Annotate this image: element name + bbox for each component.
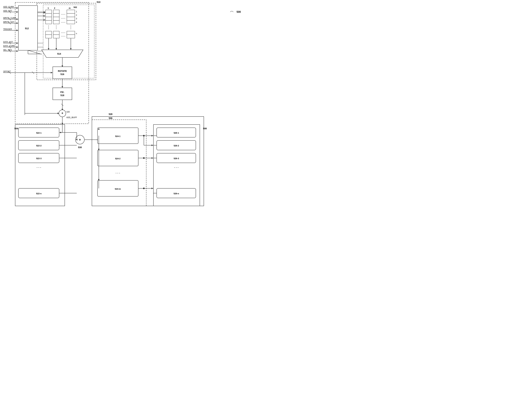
svg-point-123: [143, 188, 145, 189]
input-write-curr: WRITE_CURR: [3, 17, 16, 19]
svg-marker-47: [16, 22, 18, 24]
label-514: 514: [57, 52, 61, 55]
ellipsis-526: - - -: [174, 166, 178, 169]
label-526-n: 526-n: [174, 192, 179, 195]
svg-rect-4: [46, 17, 52, 20]
label-520: 520: [67, 111, 70, 113]
label-524-1: 524-1: [115, 135, 120, 137]
input-data-nxt: DATA_NXT: [3, 41, 13, 43]
col-m-label: m: [69, 7, 71, 9]
label-506: 506: [109, 117, 113, 120]
label-530: 530: [78, 146, 82, 149]
input-write-nxt: WRITE_NXT: [3, 21, 14, 23]
label-528: 528: [109, 113, 113, 115]
label-rotate: ROTATE: [58, 70, 67, 72]
row-3-label: 3: [76, 18, 77, 20]
svg-line-65: [28, 50, 42, 54]
label-510: 510: [97, 1, 101, 3]
input-sel-res: SEL_RES: [3, 49, 12, 51]
svg-rect-11: [53, 17, 59, 20]
row-4-label: 4: [76, 21, 77, 23]
svg-rect-21: [67, 31, 75, 35]
svg-point-120: [143, 157, 145, 159]
svg-marker-33: [70, 48, 72, 50]
svg-rect-15: [53, 35, 59, 38]
label-526-3: 526-3: [174, 157, 179, 160]
input-trigger: TRIGGER: [3, 28, 12, 30]
svg-marker-44: [16, 18, 18, 20]
svg-rect-2: [46, 10, 52, 13]
svg-marker-38: [16, 7, 18, 9]
label-524-m: 524-m: [115, 188, 121, 190]
svg-marker-49: [16, 30, 18, 31]
label-508: 508: [203, 127, 207, 130]
label-526-2: 526-2: [174, 144, 179, 147]
svg-marker-29: [48, 48, 49, 50]
svg-rect-3: [46, 13, 52, 17]
svg-rect-8: [46, 35, 52, 38]
svg-marker-55: [16, 46, 18, 48]
row-n-label: n: [76, 32, 77, 35]
input-offset: OFFSET: [3, 70, 11, 73]
svg-rect-68: [53, 67, 72, 79]
input-data-curr: DATA_CURR: [3, 45, 15, 47]
svg-rect-7: [46, 31, 52, 35]
row-1-label: 1: [76, 11, 77, 13]
label-pe: P.E.: [60, 91, 64, 93]
svg-marker-75: [62, 86, 63, 88]
label-512: 512: [25, 27, 29, 30]
svg-marker-135: [152, 144, 153, 146]
input-add-curr: ADD_CURR: [3, 6, 14, 8]
svg-rect-22: [67, 35, 75, 38]
label-add-ibuff: ADD_IBUFF: [66, 116, 77, 119]
svg-rect-12: [53, 20, 59, 24]
svg-rect-5: [46, 20, 52, 24]
label-526-1: 526-1: [174, 132, 179, 134]
svg-marker-122: [152, 188, 153, 189]
svg-rect-18: [67, 17, 75, 20]
svg-rect-14: [53, 31, 59, 35]
label-522-1: 522-1: [36, 132, 41, 134]
label-516: 516: [60, 73, 64, 75]
label-502: 502: [74, 6, 77, 8]
col-1-label: 1: [48, 7, 49, 9]
ellipsis-522: - - -: [37, 166, 41, 169]
svg-rect-9: [53, 10, 59, 13]
svg-marker-31: [55, 48, 57, 50]
svg-marker-64: [44, 19, 45, 21]
row-2-label: 2: [76, 14, 77, 16]
adder-530-symbol: +: [79, 138, 81, 142]
svg-rect-19: [67, 20, 75, 24]
svg-rect-76: [53, 88, 72, 100]
svg-marker-119: [152, 157, 153, 159]
adder-520-symbol: +: [61, 112, 63, 115]
col-2-label: 2: [54, 7, 55, 9]
label-522-2: 522-2: [36, 144, 41, 147]
ellipsis-524: - - -: [116, 172, 120, 175]
label-524-2: 524-2: [115, 158, 120, 160]
circuit-diagram: 510 502 1 2 m 1 2 3: [0, 0, 260, 210]
label-500: 500: [237, 11, 241, 13]
label-522-3: 522-3: [36, 157, 41, 160]
svg-marker-58: [16, 50, 18, 52]
svg-rect-16: [67, 10, 75, 13]
svg-rect-17: [67, 13, 75, 17]
svg-rect-10: [53, 13, 59, 17]
svg-marker-116: [152, 135, 153, 136]
input-add-nxt: ADD_NXT: [3, 10, 12, 12]
svg-marker-34: [42, 50, 83, 58]
svg-marker-52: [16, 42, 18, 44]
label-504: 504: [14, 127, 18, 130]
svg-marker-41: [16, 11, 18, 13]
svg-marker-72: [51, 72, 52, 74]
label-518: 518: [60, 94, 64, 97]
label-522-n: 522-n: [36, 192, 42, 195]
svg-marker-62: [44, 15, 45, 17]
